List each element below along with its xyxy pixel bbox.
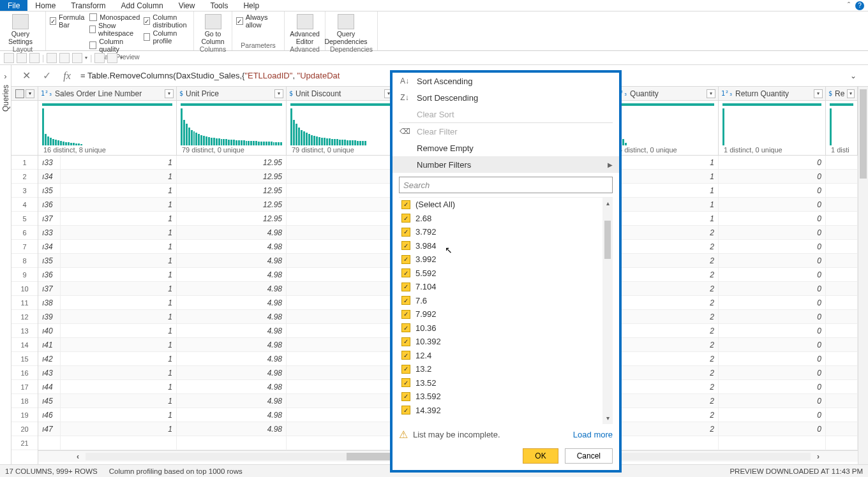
filter-value-item[interactable]: 14.392	[399, 404, 602, 418]
filter-value-item[interactable]: 3.792	[399, 225, 602, 239]
row-number[interactable]: 9	[11, 268, 38, 282]
column-header[interactable]: 1²₃Sales Order Line Number▾	[38, 87, 177, 100]
checkbox-icon[interactable]	[401, 406, 410, 415]
status-profiling[interactable]: Column profiling based on top 1000 rows	[109, 467, 243, 475]
qat-btn[interactable]	[17, 53, 27, 63]
sort-ascending[interactable]: A↓Sort Ascending	[393, 73, 619, 89]
row-number[interactable]: 8	[11, 254, 38, 268]
column-header[interactable]: 1²₃Quantity▾	[613, 87, 719, 100]
row-number[interactable]: 5	[11, 212, 38, 226]
column-filter-dropdown[interactable]: ▾	[814, 89, 823, 98]
filter-value-item[interactable]: 2.68	[399, 212, 602, 226]
filter-value-item[interactable]: 13.52	[399, 376, 602, 390]
row-number[interactable]: 4	[11, 198, 38, 212]
row-number[interactable]: 19	[11, 408, 38, 422]
row-number[interactable]: 2	[11, 170, 38, 184]
qat-btn[interactable]	[72, 53, 82, 63]
vertical-scrollbar[interactable]	[858, 87, 868, 464]
number-filters[interactable]: Number Filters▶	[393, 156, 619, 173]
whitespace-checkbox[interactable]	[89, 26, 96, 33]
cancel-button[interactable]: Cancel	[565, 448, 613, 464]
ribbon-collapse-icon[interactable]: ˆ	[848, 1, 850, 10]
filter-value-item[interactable]: 7.6	[399, 294, 602, 308]
column-profile-checkbox[interactable]	[144, 33, 150, 41]
monospaced-checkbox[interactable]	[89, 13, 97, 21]
column-distribution-checkbox[interactable]	[144, 17, 150, 25]
data-type-icon[interactable]: $	[179, 90, 183, 97]
checkbox-icon[interactable]	[401, 255, 410, 264]
scroll-down-icon[interactable]: ▾	[602, 413, 613, 424]
row-number[interactable]: 12	[11, 310, 38, 324]
row-number[interactable]: 16	[11, 366, 38, 380]
checkbox-icon[interactable]	[401, 378, 410, 387]
column-quality-checkbox[interactable]	[89, 41, 96, 49]
checkbox-icon[interactable]	[401, 200, 410, 209]
cancel-formula-icon[interactable]: ✕	[19, 69, 33, 83]
filter-value-item[interactable]: 7.992	[399, 307, 602, 321]
data-type-icon[interactable]: $	[289, 90, 293, 97]
menu-tools[interactable]: Tools	[202, 0, 236, 11]
row-number[interactable]: 3	[11, 184, 38, 198]
row-number[interactable]: 13	[11, 324, 38, 338]
query-dependencies-button[interactable]: Query Dependencies	[329, 13, 363, 45]
menu-view[interactable]: View	[171, 0, 203, 11]
menu-add-column[interactable]: Add Column	[114, 0, 171, 11]
scroll-right-icon[interactable]: ›	[817, 452, 819, 461]
queries-pane-collapsed[interactable]: › Queries	[0, 65, 11, 464]
filter-value-item[interactable]: 7.104	[399, 280, 602, 294]
checkbox-icon[interactable]	[401, 296, 410, 305]
row-number[interactable]: 20	[11, 422, 38, 436]
row-number[interactable]: 14	[11, 338, 38, 352]
filter-value-item[interactable]: 3.992	[399, 253, 602, 267]
row-number[interactable]: 11	[11, 296, 38, 310]
qat-btn[interactable]	[94, 53, 105, 63]
row-number[interactable]: 10	[11, 282, 38, 296]
filter-value-item[interactable]: 10.36	[399, 321, 602, 335]
row-number[interactable]: 7	[11, 240, 38, 254]
filter-search-input[interactable]: Search	[399, 177, 613, 193]
commit-formula-icon[interactable]: ✓	[40, 69, 54, 83]
filter-value-item[interactable]: 3.984	[399, 239, 602, 253]
column-header[interactable]: $Unit Discount▾	[287, 87, 396, 100]
qat-btn[interactable]	[47, 53, 57, 63]
qat-btn[interactable]	[59, 53, 70, 63]
filter-value-item[interactable]: 13.592	[399, 390, 602, 404]
qat-btn[interactable]	[107, 53, 117, 63]
column-header[interactable]: 1²₃Return Quantity▾	[719, 87, 826, 100]
checkbox-icon[interactable]	[401, 337, 410, 346]
checkbox-icon[interactable]	[401, 283, 410, 291]
data-type-icon[interactable]: $	[828, 90, 832, 97]
column-filter-dropdown[interactable]: ▾	[165, 89, 174, 98]
ok-button[interactable]: OK	[523, 448, 558, 464]
menu-transform[interactable]: Transform	[63, 0, 113, 11]
row-number[interactable]: 18	[11, 394, 38, 408]
checkbox-icon[interactable]	[401, 392, 410, 401]
menu-help[interactable]: Help	[236, 0, 267, 11]
advanced-editor-button[interactable]: Advanced Editor	[288, 13, 321, 45]
query-settings-button[interactable]: Query Settings	[4, 13, 37, 45]
row-number[interactable]: 17	[11, 380, 38, 394]
formula-expand-icon[interactable]: ⌄	[846, 71, 860, 80]
help-icon[interactable]: ?	[855, 1, 864, 10]
always-allow-checkbox[interactable]	[236, 17, 243, 25]
table-icon[interactable]	[15, 89, 24, 98]
qat-btn[interactable]	[4, 53, 14, 63]
filter-value-select-all[interactable]: (Select All)	[399, 198, 602, 212]
checkbox-icon[interactable]	[401, 228, 410, 237]
filter-value-item[interactable]: 12.4	[399, 349, 602, 363]
row-number[interactable]: 21	[11, 436, 38, 450]
checkbox-icon[interactable]	[401, 365, 410, 374]
filter-value-item[interactable]: 13.2	[399, 362, 602, 376]
column-filter-dropdown[interactable]: ▾	[847, 89, 855, 98]
sort-descending[interactable]: Z↓Sort Descending	[393, 89, 619, 106]
row-number[interactable]: 15	[11, 352, 38, 366]
column-header[interactable]: $Unit Price▾	[177, 87, 287, 100]
menu-home[interactable]: Home	[27, 0, 63, 11]
checkbox-icon[interactable]	[401, 310, 410, 319]
menu-file[interactable]: File	[0, 0, 27, 11]
checkbox-icon[interactable]	[401, 351, 410, 360]
data-type-icon[interactable]: 1²₃	[41, 90, 52, 97]
scroll-up-icon[interactable]: ▴	[602, 198, 613, 209]
row-number[interactable]: 6	[11, 226, 38, 240]
qat-btn[interactable]	[29, 53, 40, 63]
